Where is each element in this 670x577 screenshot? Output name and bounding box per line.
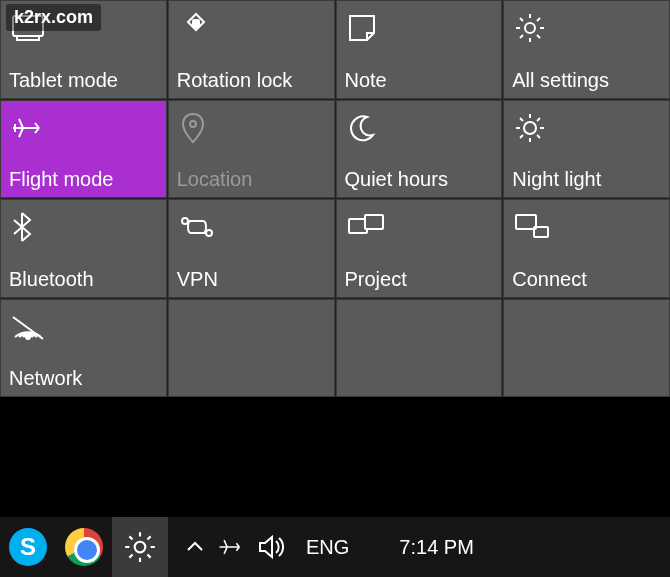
tile-vpn[interactable]: VPN xyxy=(168,199,335,298)
chrome-icon xyxy=(65,528,103,566)
sun-icon xyxy=(510,109,659,147)
clock[interactable]: 7:14 PM xyxy=(399,536,473,559)
svg-point-7 xyxy=(206,230,212,236)
bluetooth-icon xyxy=(7,208,156,246)
svg-point-5 xyxy=(524,122,536,134)
svg-rect-10 xyxy=(516,215,536,229)
tile-label: Network xyxy=(7,367,156,390)
moon-icon xyxy=(343,109,492,147)
tile-label: Flight mode xyxy=(7,168,156,191)
taskbar-app-settings[interactable] xyxy=(112,517,168,577)
tile-label: Tablet mode xyxy=(7,69,156,92)
language-indicator[interactable]: ENG xyxy=(306,536,349,559)
network-icon xyxy=(7,308,156,346)
svg-rect-1 xyxy=(17,36,39,40)
tile-connect[interactable]: Connect xyxy=(503,199,670,298)
watermark-logo: k2rx.com xyxy=(6,4,101,31)
system-tray: ENG 7:14 PM xyxy=(186,535,474,559)
airplane-icon xyxy=(7,109,156,147)
tile-label: VPN xyxy=(175,268,324,291)
project-icon xyxy=(343,208,492,246)
svg-point-4 xyxy=(190,121,196,127)
tile-label: Project xyxy=(343,268,492,291)
tile-empty xyxy=(168,299,335,398)
skype-icon: S xyxy=(9,528,47,566)
tile-all-settings[interactable]: All settings xyxy=(503,0,670,99)
svg-point-6 xyxy=(182,218,188,224)
taskbar: S ENG 7:14 PM xyxy=(0,517,670,577)
tile-flight-mode[interactable]: Flight mode xyxy=(0,100,167,199)
volume-icon[interactable] xyxy=(258,535,284,559)
svg-point-12 xyxy=(26,335,30,339)
tile-empty xyxy=(503,299,670,398)
location-icon xyxy=(175,109,324,147)
svg-rect-9 xyxy=(365,215,383,229)
note-icon xyxy=(343,9,492,47)
tile-empty xyxy=(336,299,503,398)
tile-rotation-lock[interactable]: Rotation lock xyxy=(168,0,335,99)
tile-note[interactable]: Note xyxy=(336,0,503,99)
tile-label: Night light xyxy=(510,168,659,191)
gear-icon xyxy=(123,530,157,564)
tile-label: Rotation lock xyxy=(175,69,324,92)
tile-label: Location xyxy=(175,168,324,191)
svg-point-14 xyxy=(135,542,146,553)
tile-night-light[interactable]: Night light xyxy=(503,100,670,199)
tile-label: Connect xyxy=(510,268,659,291)
connect-icon xyxy=(510,208,659,246)
gear-icon xyxy=(510,9,659,47)
tile-label: All settings xyxy=(510,69,659,92)
taskbar-app-chrome[interactable] xyxy=(56,517,112,577)
quick-actions-grid: Tablet mode Rotation lock Note All setti… xyxy=(0,0,670,397)
svg-point-3 xyxy=(525,23,535,33)
tile-label: Bluetooth xyxy=(7,268,156,291)
tile-project[interactable]: Project xyxy=(336,199,503,298)
taskbar-app-skype[interactable]: S xyxy=(0,517,56,577)
airplane-tray-icon[interactable] xyxy=(218,536,244,558)
tile-quiet-hours[interactable]: Quiet hours xyxy=(336,100,503,199)
spacer-band xyxy=(0,397,670,517)
tile-label: Note xyxy=(343,69,492,92)
chevron-up-icon[interactable] xyxy=(186,540,204,554)
tile-label: Quiet hours xyxy=(343,168,492,191)
vpn-icon xyxy=(175,208,324,246)
tile-bluetooth[interactable]: Bluetooth xyxy=(0,199,167,298)
tile-location[interactable]: Location xyxy=(168,100,335,199)
rotation-lock-icon xyxy=(175,9,324,47)
tile-network[interactable]: Network xyxy=(0,299,167,398)
svg-rect-2 xyxy=(193,20,199,27)
